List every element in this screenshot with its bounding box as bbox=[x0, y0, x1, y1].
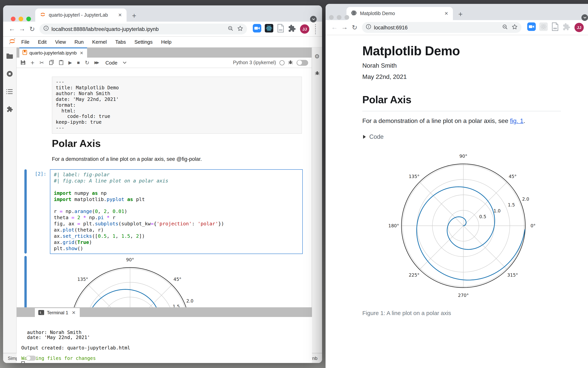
react-devtools-icon[interactable] bbox=[539, 22, 548, 32]
svg-text:1.5: 1.5 bbox=[508, 202, 515, 207]
autoscroll-toggle[interactable] bbox=[297, 60, 308, 65]
close-tab-icon[interactable]: ✕ bbox=[443, 11, 449, 16]
table-of-contents-icon[interactable] bbox=[6, 89, 13, 96]
paste-cells-button[interactable] bbox=[59, 60, 63, 65]
stop-kernel-button[interactable]: ■ bbox=[77, 60, 80, 65]
browser-menu-icon[interactable]: ⋮⋮ bbox=[313, 24, 318, 34]
run-cell-button[interactable]: ▶ bbox=[68, 60, 72, 65]
back-button[interactable]: ← bbox=[7, 25, 17, 33]
zoom-window-button[interactable] bbox=[26, 17, 31, 21]
tab-search-button[interactable] bbox=[581, 14, 588, 21]
terminal-tab-label: Terminal 1 bbox=[47, 310, 68, 315]
tab-search-button[interactable] bbox=[310, 16, 317, 22]
browser-toolbar: ← → ↻ localhost:8888/lab/tree/quarto-jup… bbox=[3, 22, 322, 37]
svg-text:45°: 45° bbox=[174, 277, 181, 282]
menu-view[interactable]: View bbox=[53, 38, 68, 46]
new-tab-button[interactable]: + bbox=[132, 12, 136, 19]
simple-mode-toggle[interactable] bbox=[26, 356, 36, 361]
svg-text:315°: 315° bbox=[507, 273, 518, 277]
restart-kernel-button[interactable]: ↻ bbox=[85, 60, 89, 65]
menu-help[interactable]: Help bbox=[159, 38, 174, 46]
page-date: May 22nd, 2021 bbox=[362, 74, 407, 80]
figure-link[interactable]: fig. 1 bbox=[510, 118, 523, 124]
markdown-heading: Polar Axis bbox=[52, 138, 101, 150]
debugger-sidebar-bug-icon[interactable] bbox=[315, 70, 319, 77]
add-cell-button[interactable]: + bbox=[30, 59, 34, 66]
address-bar[interactable]: localhost:6916 bbox=[362, 22, 521, 33]
globe-favicon-icon bbox=[351, 10, 357, 17]
running-sessions-icon[interactable] bbox=[6, 70, 13, 79]
menu-tabs[interactable]: Tabs bbox=[113, 38, 128, 46]
browser-tab-strip: quarto-jupyterl - JupyterLab ✕ + bbox=[3, 5, 322, 22]
terminal-tab[interactable]: $_ Terminal 1 ✕ bbox=[35, 308, 80, 317]
bookmark-star-icon[interactable] bbox=[512, 24, 518, 31]
url-text[interactable]: localhost:6916 bbox=[374, 25, 498, 30]
restart-run-all-button[interactable]: ▶▶ bbox=[95, 61, 98, 64]
output-collapser[interactable] bbox=[24, 256, 27, 307]
kernel-name[interactable]: Python 3 (ipykernel) bbox=[233, 60, 276, 65]
browser-menu-icon[interactable]: ⋮⋮ bbox=[587, 22, 588, 33]
zoom-out-page-icon[interactable] bbox=[228, 25, 233, 33]
close-tab-icon[interactable]: ✕ bbox=[117, 12, 123, 18]
svg-text:1.5: 1.5 bbox=[173, 304, 180, 307]
input-collapser[interactable] bbox=[24, 169, 27, 254]
browser-profile-avatar[interactable]: JJ bbox=[574, 23, 584, 32]
react-devtools-icon[interactable] bbox=[265, 24, 273, 34]
code-fold-toggle[interactable]: Code bbox=[363, 133, 384, 140]
cut-cells-button[interactable]: ✂ bbox=[39, 60, 44, 65]
menu-file[interactable]: File bbox=[19, 38, 32, 46]
notebook-toolbar: + ✂ ▶ ■ ↻ ▶▶ bbox=[17, 58, 312, 68]
menu-settings[interactable]: Settings bbox=[132, 38, 155, 46]
close-window-button[interactable] bbox=[11, 17, 16, 21]
property-inspector-gear-icon[interactable]: ⚙ bbox=[315, 53, 320, 60]
minimize-window-button[interactable] bbox=[337, 15, 341, 20]
close-terminal-tab-icon[interactable]: ✕ bbox=[71, 310, 77, 315]
reload-button[interactable]: ↻ bbox=[27, 25, 37, 33]
zoom-window-button[interactable] bbox=[345, 15, 349, 20]
menu-kernel[interactable]: Kernel bbox=[90, 38, 109, 46]
extension-manager-icon[interactable] bbox=[6, 106, 13, 114]
file-browser-icon[interactable] bbox=[6, 53, 13, 60]
polar-plot-figure: 0°45°90°135°180°225°270°315°0.51.01.52.0 bbox=[388, 150, 539, 301]
window-controls[interactable] bbox=[329, 15, 349, 20]
debugger-bug-icon[interactable] bbox=[288, 59, 293, 66]
notebook-panel: quarto-jupyterlab.ipynb ✕ + ✂ bbox=[17, 47, 312, 307]
forward-button[interactable]: → bbox=[17, 25, 27, 33]
reading-list-extension-icon[interactable] bbox=[551, 22, 559, 32]
browser-profile-avatar[interactable]: JJ bbox=[300, 24, 309, 34]
browser-tab-matplotlib-demo[interactable]: Matplotlib Demo ✕ bbox=[347, 7, 453, 20]
figure-caption: Figure 1: A line plot on a polar axis bbox=[362, 310, 451, 316]
copy-cells-button[interactable] bbox=[49, 60, 54, 65]
zoom-out-page-icon[interactable] bbox=[502, 24, 508, 31]
menu-run[interactable]: Run bbox=[72, 38, 86, 46]
yaml-raw-cell[interactable]: ---title: Matplotlib Demoauthor: Norah S… bbox=[52, 76, 302, 134]
markdown-paragraph: For a demonstration of a line plot on a … bbox=[52, 156, 202, 162]
svg-text:0°: 0° bbox=[530, 223, 536, 228]
info-icon[interactable] bbox=[366, 24, 371, 31]
menu-edit[interactable]: Edit bbox=[36, 38, 49, 46]
reload-button[interactable]: ↻ bbox=[349, 23, 360, 31]
extensions-puzzle-icon[interactable] bbox=[288, 24, 296, 34]
zoom-extension-icon[interactable] bbox=[253, 24, 261, 34]
bookmark-star-icon[interactable] bbox=[237, 25, 243, 33]
window-controls[interactable] bbox=[11, 17, 31, 21]
save-button[interactable] bbox=[20, 60, 26, 65]
code-cell-editor[interactable]: #| label: fig-polar#| fig.cap: A line pl… bbox=[50, 169, 303, 254]
notebook-tab[interactable]: quarto-jupyterlab.ipynb ✕ bbox=[19, 47, 87, 58]
cell-type-dropdown[interactable]: Code bbox=[106, 60, 127, 65]
disclosure-triangle-icon bbox=[363, 135, 366, 139]
reading-list-extension-icon[interactable] bbox=[277, 24, 285, 34]
minimize-window-button[interactable] bbox=[19, 17, 23, 21]
browser-tab-jupyterlab[interactable]: quarto-jupyterl - JupyterLab ✕ bbox=[35, 9, 126, 22]
forward-button[interactable]: → bbox=[339, 24, 349, 31]
info-icon[interactable] bbox=[43, 26, 49, 32]
new-tab-button[interactable]: + bbox=[458, 10, 463, 18]
close-window-button[interactable] bbox=[329, 15, 334, 20]
terminal-output[interactable]: author: Norah Smith date: 'May 22nd, 202… bbox=[17, 317, 312, 363]
url-text[interactable]: localhost:8888/lab/tree/quarto-jupyterla… bbox=[51, 26, 224, 32]
notebook-content[interactable]: ---title: Matplotlib Demoauthor: Norah S… bbox=[17, 68, 312, 307]
address-bar[interactable]: localhost:8888/lab/tree/quarto-jupyterla… bbox=[39, 24, 247, 34]
extensions-puzzle-icon[interactable] bbox=[562, 23, 571, 32]
close-notebook-tab-icon[interactable]: ✕ bbox=[79, 50, 84, 55]
zoom-extension-icon[interactable] bbox=[527, 22, 536, 32]
